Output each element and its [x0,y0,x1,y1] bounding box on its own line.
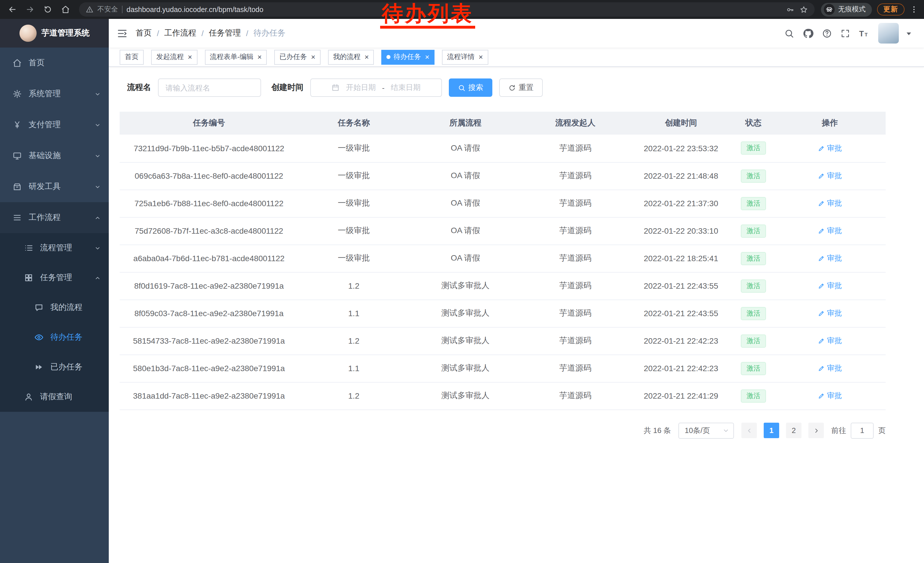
approve-label: 审批 [827,226,842,236]
goto-label: 前往 [831,425,846,435]
update-button[interactable]: 更新 [877,3,904,15]
sidebar-item-infrastructure[interactable]: 基础设施 [0,140,109,171]
close-icon[interactable]: × [478,53,483,61]
reset-button[interactable]: 重置 [499,78,543,97]
divider [122,6,123,13]
fullscreen-icon[interactable] [840,29,850,38]
github-icon[interactable] [802,28,813,39]
tab-process-detail[interactable]: 流程详情× [442,50,488,65]
annotation-text: 待办列表 [380,2,475,29]
sidebar-item-system[interactable]: 系统管理 [0,78,109,110]
process-name-input[interactable] [158,78,261,97]
sidebar-item-workflow[interactable]: 工作流程 [0,202,109,233]
forward-icon[interactable] [22,2,37,17]
close-icon[interactable]: × [364,53,369,61]
cell-initiator: 芋道源码 [522,217,629,245]
sidebar-item-devtools[interactable]: 研发工具 [0,171,109,202]
column-header: 流程发起人 [522,112,629,135]
main-area: 首页 / 工作流程 / 任务管理 / 待办任务 TT [109,19,924,563]
range-separator: - [382,83,385,92]
content: 流程名 创建时间 开始日期 - 结束日期 搜索 重 [109,67,924,438]
end-date-placeholder: 结束日期 [391,83,420,93]
approve-button[interactable]: 审批 [818,198,842,209]
approve-button[interactable]: 审批 [818,390,842,401]
sidebar-item-my-process[interactable]: 我的流程 [0,293,109,323]
sidebar-item-process-manage[interactable]: 流程管理 [0,233,109,263]
page-button-2[interactable]: 2 [786,423,801,438]
sidebar-item-home[interactable]: 首页 [0,48,109,78]
sidebar-item-label: 我的流程 [50,302,82,313]
cell-action: 审批 [774,354,886,382]
page-button-1[interactable]: 1 [764,423,779,438]
back-icon[interactable] [4,2,20,17]
edit-icon [818,392,825,399]
search-icon[interactable] [784,29,794,38]
hamburger-icon[interactable] [117,28,128,39]
sidebar-item-task-manage[interactable]: 任务管理 [0,263,109,293]
status-badge: 激活 [741,334,766,347]
date-range-picker[interactable]: 开始日期 - 结束日期 [310,78,442,97]
tab-start-process[interactable]: 发起流程× [151,50,197,65]
chevron-down-icon [94,91,101,97]
breadcrumb-workflow[interactable]: 工作流程 [164,28,196,38]
breadcrumb-task-manage[interactable]: 任务管理 [209,28,241,38]
font-size-icon[interactable]: TT [859,28,870,39]
approve-button[interactable]: 审批 [818,171,842,181]
sidebar-item-done-task[interactable]: 已办任务 [0,352,109,382]
tab-done-task[interactable]: 已办任务× [274,50,320,65]
chevron-right-icon [813,427,819,434]
page-size-select[interactable]: 10条/页 [678,422,734,438]
star-icon[interactable] [800,6,808,14]
breadcrumb-home[interactable]: 首页 [136,28,152,38]
user-avatar[interactable] [878,23,899,44]
tags-view: 首页发起流程×流程表单-编辑×已办任务×我的流程×待办任务×流程详情× [109,48,924,67]
help-icon[interactable] [822,29,832,38]
cell-process: 测试多审批人 [410,382,522,410]
cell-name: 1.2 [298,272,410,300]
sidebar-item-todo-task[interactable]: 待办任务 [0,323,109,352]
approve-button[interactable]: 审批 [818,253,842,263]
goto-input[interactable] [851,422,874,438]
cell-initiator: 芋道源码 [522,189,629,217]
close-icon[interactable]: × [311,53,315,61]
cell-id: 580e1b3d-7ac8-11ec-a9e2-a2380e71991a [120,354,298,382]
approve-button[interactable]: 审批 [818,143,842,153]
page-size-value: 10条/页 [685,425,710,435]
approve-label: 审批 [827,336,842,346]
approve-button[interactable]: 审批 [818,226,842,236]
approve-button[interactable]: 审批 [818,336,842,346]
incognito-badge: 无痕模式 [821,3,872,17]
prev-page-button[interactable] [741,423,757,438]
edit-icon [818,365,825,372]
logo[interactable]: 芋道管理系统 [0,19,109,48]
pagination: 共 16 条 10条/页 12 [120,422,886,438]
menu-dots-icon[interactable] [910,5,918,14]
calendar-icon [332,84,340,92]
tab-home[interactable]: 首页 [120,50,144,65]
approve-button[interactable]: 审批 [818,363,842,374]
cell-name: 1.1 [298,354,410,382]
cell-id: 069c6a63-7b8a-11ec-8ef0-acde48001122 [120,162,298,189]
breadcrumb: 首页 / 工作流程 / 任务管理 / 待办任务 [136,28,285,38]
tab-form-edit[interactable]: 流程表单-编辑× [205,50,267,65]
key-icon[interactable] [786,6,794,14]
tab-todo-task[interactable]: 待办任务× [382,50,435,65]
approve-button[interactable]: 审批 [818,281,842,291]
browser-home-icon[interactable] [58,2,73,17]
ordered-list-icon [23,243,34,252]
sidebar-item-payment[interactable]: 支付管理 [0,110,109,140]
reset-button-label: 重置 [519,83,534,93]
reload-icon[interactable] [40,2,55,17]
magnifier-icon [458,84,465,92]
caret-down-icon[interactable] [904,29,914,38]
next-page-button[interactable] [808,423,824,438]
close-icon[interactable]: × [425,53,429,61]
close-icon[interactable]: × [188,53,192,61]
close-icon[interactable]: × [257,53,262,61]
filter-bar: 流程名 创建时间 开始日期 - 结束日期 搜索 重 [127,78,924,97]
cell-initiator: 芋道源码 [522,300,629,327]
search-button[interactable]: 搜索 [449,78,492,97]
sidebar-item-leave-query[interactable]: 请假查询 [0,382,109,412]
tab-my-process[interactable]: 我的流程× [328,50,374,65]
approve-button[interactable]: 审批 [818,308,842,318]
